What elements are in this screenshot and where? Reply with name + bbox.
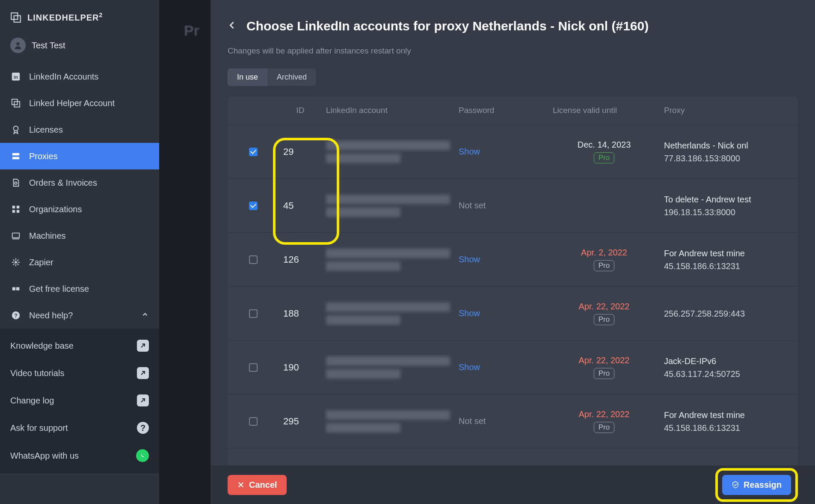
- linkedin-icon: in: [10, 71, 21, 82]
- proxy-name: For Andrew test mine: [664, 247, 794, 260]
- col-id[interactable]: ID: [279, 106, 322, 115]
- proxy-address: 45.158.186.6:13231: [664, 260, 794, 273]
- sidebar-item-label: Licenses: [29, 125, 63, 135]
- help-link-video-tutorials[interactable]: Video tutorials: [0, 359, 159, 387]
- col-proxy[interactable]: Proxy: [660, 106, 798, 115]
- svg-text:?: ?: [14, 312, 18, 319]
- sidebar-item-orders[interactable]: Orders & Invoices: [0, 169, 159, 196]
- sidebar-item-linkedin[interactable]: inLinkedIn Accounts: [0, 63, 159, 90]
- tab-archived[interactable]: Archived: [267, 68, 316, 86]
- proxy-address: 196.18.15.33:8000: [664, 206, 794, 219]
- row-id: 126: [279, 247, 322, 272]
- license-date: Apr. 22, 2022: [553, 302, 655, 311]
- help-link-change-log[interactable]: Change log: [0, 387, 159, 414]
- help-subnav: Knowledge baseVideo tutorialsChange logA…: [0, 329, 159, 473]
- table-row: 126ShowApr. 2, 2022ProFor Andrew test mi…: [228, 233, 798, 287]
- linkedin-account-cell: [322, 350, 454, 385]
- license-date: Apr. 22, 2022: [553, 356, 655, 365]
- logo-icon: [10, 12, 21, 23]
- password-notset: Not set: [459, 416, 486, 426]
- sidebar-item-machines[interactable]: Machines: [0, 222, 159, 249]
- brand-logo: LINKEDHELPER2: [0, 0, 159, 32]
- back-button[interactable]: [228, 21, 237, 32]
- reassign-button[interactable]: Reassign: [722, 475, 791, 495]
- account-icon: [10, 98, 21, 109]
- orders-icon: [10, 177, 21, 188]
- modal-header: Choose LinkedIn accounts for proxy Nethe…: [210, 0, 815, 39]
- help-link-knowledge-base[interactable]: Knowledge base: [0, 332, 159, 359]
- svg-line-24: [13, 264, 15, 265]
- show-password-link[interactable]: Show: [459, 308, 480, 318]
- svg-line-32: [141, 371, 145, 375]
- row-checkbox[interactable]: [249, 148, 258, 156]
- license-date: Apr. 22, 2022: [553, 409, 655, 419]
- main-area: Pr Choose LinkedIn accounts for proxy Ne…: [159, 0, 815, 504]
- backdrop-title: Pr: [184, 22, 199, 39]
- tab-in-use[interactable]: In use: [228, 68, 267, 86]
- help-link-ask-for-support[interactable]: Ask for support?: [0, 414, 159, 442]
- sidebar-item-label: Get free license: [29, 284, 89, 294]
- svg-rect-27: [16, 287, 19, 290]
- status-tabs: In useArchived: [228, 68, 798, 86]
- modal-title: Choose LinkedIn accounts for proxy Nethe…: [246, 19, 649, 33]
- table-row: 188ShowApr. 22, 2022Pro256.257.258.259:4…: [228, 287, 798, 341]
- sidebar-item-org[interactable]: Organizations: [0, 196, 159, 222]
- proxy-name: To delete - Andrew test: [664, 193, 794, 206]
- license-date: Apr. 2, 2022: [553, 248, 655, 258]
- brand-name: LINKEDHELPER2: [27, 13, 103, 23]
- sidebar-item-label: Need help?: [29, 311, 73, 320]
- license-badge: Pro: [594, 422, 614, 433]
- close-icon: [237, 481, 245, 489]
- table-body: 29ShowDec. 14, 2023ProNetherlands - Nick…: [228, 125, 798, 448]
- license-date: Dec. 14, 2023: [553, 140, 655, 150]
- sidebar-item-account[interactable]: Linked Helper Account: [0, 90, 159, 116]
- col-password[interactable]: Password: [454, 106, 548, 115]
- choose-accounts-modal: Choose LinkedIn accounts for proxy Nethe…: [210, 0, 815, 504]
- row-id: 295: [279, 409, 322, 434]
- show-password-link[interactable]: Show: [459, 255, 480, 264]
- svg-line-31: [141, 344, 145, 347]
- svg-line-33: [141, 399, 145, 402]
- svg-line-22: [13, 260, 15, 261]
- sidebar-item-gift[interactable]: Get free license: [0, 276, 159, 302]
- svg-rect-13: [12, 210, 15, 213]
- row-checkbox[interactable]: [249, 417, 258, 426]
- svg-rect-11: [12, 206, 15, 208]
- svg-rect-8: [12, 153, 20, 156]
- zapier-icon: [10, 257, 21, 268]
- license-badge: Pro: [594, 260, 614, 271]
- question-icon: ?: [137, 422, 149, 434]
- cancel-button[interactable]: Cancel: [228, 475, 287, 495]
- user-name: Test Test: [32, 41, 65, 50]
- row-checkbox[interactable]: [249, 255, 258, 264]
- proxy-name: Netherlands - Nick onl: [664, 139, 794, 152]
- linkedin-account-cell: [322, 242, 454, 278]
- col-account[interactable]: LinkedIn account: [322, 106, 454, 115]
- machines-icon: [10, 230, 21, 241]
- license-badge: Pro: [594, 152, 614, 163]
- show-password-link[interactable]: Show: [459, 147, 480, 156]
- sidebar-item-label: Machines: [29, 231, 66, 241]
- table-row: 29ShowDec. 14, 2023ProNetherlands - Nick…: [228, 125, 798, 179]
- sidebar-item-proxies[interactable]: Proxies: [0, 143, 159, 169]
- proxy-address: 45.63.117.24:50725: [664, 368, 794, 380]
- sidebar-item-help[interactable]: ?Need help?: [0, 302, 159, 329]
- sidebar-item-license[interactable]: Licenses: [0, 116, 159, 143]
- current-user[interactable]: Test Test: [0, 32, 159, 59]
- row-checkbox[interactable]: [249, 202, 258, 210]
- license-badge: Pro: [594, 368, 614, 379]
- svg-point-17: [15, 261, 17, 264]
- help-link-label: Video tutorials: [10, 368, 64, 378]
- col-license[interactable]: License valid until: [548, 106, 660, 115]
- proxy-address: 45.158.186.6:13231: [664, 421, 794, 434]
- main-nav: inLinkedIn AccountsLinked Helper Account…: [0, 63, 159, 329]
- row-checkbox[interactable]: [249, 309, 258, 318]
- sidebar-item-label: Zapier: [29, 258, 53, 267]
- help-link-whatsapp-with-us[interactable]: WhatsApp with us: [0, 442, 159, 470]
- show-password-link[interactable]: Show: [459, 362, 480, 372]
- svg-point-10: [15, 182, 17, 184]
- svg-line-23: [17, 264, 18, 265]
- svg-text:in: in: [14, 74, 18, 80]
- sidebar-item-zapier[interactable]: Zapier: [0, 249, 159, 276]
- row-checkbox[interactable]: [249, 363, 258, 372]
